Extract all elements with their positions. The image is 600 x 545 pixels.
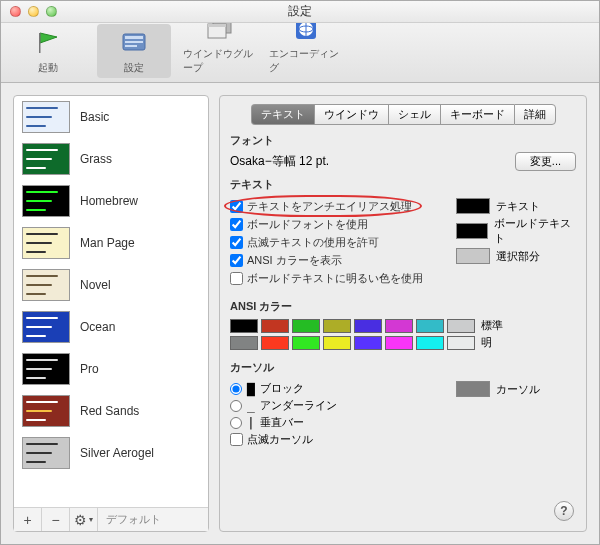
color-swatch[interactable]: [456, 248, 490, 264]
checkbox[interactable]: [230, 254, 243, 267]
profile-thumbnail: [22, 185, 70, 217]
radio[interactable]: [230, 400, 242, 412]
checkbox-label: ANSI カラーを表示: [247, 253, 342, 268]
toolbar-label: 起動: [38, 61, 58, 75]
profile-name: Man Page: [80, 236, 135, 250]
toolbar-label: 設定: [124, 61, 144, 75]
profile-row[interactable]: Red Sands: [14, 390, 208, 432]
ansi-swatch[interactable]: [385, 336, 413, 350]
cursor-shape-label: アンダーライン: [260, 398, 337, 413]
profile-thumbnail: [22, 269, 70, 301]
profile-row[interactable]: Novel: [14, 264, 208, 306]
radio[interactable]: [230, 417, 242, 429]
settings-tabs: テキストウインドウシェルキーボード詳細: [230, 104, 576, 125]
color-swatch[interactable]: [456, 198, 490, 214]
checkbox-label: ボールドテキストに明るい色を使用: [247, 271, 423, 286]
profile-row[interactable]: Basic: [14, 96, 208, 138]
profile-thumbnail: [22, 437, 70, 469]
blink-cursor-row: 点滅カーソル: [230, 432, 442, 447]
color-swatch[interactable]: [456, 223, 488, 239]
toolbar-settings[interactable]: 設定: [97, 24, 171, 78]
swatch-label: 選択部分: [496, 249, 540, 264]
ansi-bright-label: 明: [481, 335, 511, 350]
ansi-swatch[interactable]: [447, 319, 475, 333]
content: BasicGrassHomebrewMan PageNovelOceanProR…: [1, 83, 599, 544]
checkbox[interactable]: [230, 218, 243, 231]
text-option-row: 点滅テキストの使用を許可: [230, 235, 446, 250]
profile-name: Homebrew: [80, 194, 138, 208]
radio[interactable]: [230, 383, 242, 395]
profile-name: Basic: [80, 110, 109, 124]
svg-marker-0: [40, 33, 57, 43]
profile-row[interactable]: Grass: [14, 138, 208, 180]
checkbox-label: 点滅テキストの使用を許可: [247, 235, 379, 250]
profile-thumbnail: [22, 353, 70, 385]
svg-rect-4: [125, 41, 143, 43]
ansi-swatch[interactable]: [261, 319, 289, 333]
ansi-swatch[interactable]: [292, 336, 320, 350]
ansi-swatch[interactable]: [447, 336, 475, 350]
profiles-sidebar: BasicGrassHomebrewMan PageNovelOceanProR…: [13, 95, 209, 532]
tab-シェル[interactable]: シェル: [388, 104, 440, 125]
ansi-swatch[interactable]: [416, 336, 444, 350]
tools-icon: [118, 27, 150, 59]
ansi-swatch[interactable]: [416, 319, 444, 333]
svg-rect-8: [208, 24, 226, 27]
cursor-heading: カーソル: [230, 360, 576, 375]
checkbox[interactable]: [230, 236, 243, 249]
gear-icon: ⚙: [74, 512, 87, 528]
svg-rect-1: [39, 33, 41, 53]
profile-row[interactable]: Ocean: [14, 306, 208, 348]
profile-row[interactable]: Pro: [14, 348, 208, 390]
ansi-swatch[interactable]: [354, 336, 382, 350]
action-menu[interactable]: ⚙▾: [70, 508, 98, 531]
checkbox-label: ボールドフォントを使用: [247, 217, 368, 232]
ansi-swatch[interactable]: [230, 336, 258, 350]
profile-row[interactable]: Silver Aerogel: [14, 432, 208, 474]
tab-キーボード[interactable]: キーボード: [440, 104, 514, 125]
blink-checkbox[interactable]: [230, 433, 243, 446]
settings-pane: テキストウインドウシェルキーボード詳細 フォント Osaka−等幅 12 pt.…: [219, 95, 587, 532]
titlebar: 設定: [1, 1, 599, 23]
toolbar-label: エンコーディング: [269, 47, 343, 75]
cursor-shape-option[interactable]: ▇ブロック: [230, 381, 442, 396]
toolbar: 起動 設定 ウインドウグループ エンコーディング: [1, 23, 599, 83]
ansi-swatch[interactable]: [385, 319, 413, 333]
toolbar-startup[interactable]: 起動: [11, 24, 85, 78]
profile-row[interactable]: Man Page: [14, 222, 208, 264]
profile-name: Silver Aerogel: [80, 446, 154, 460]
ansi-swatch[interactable]: [292, 319, 320, 333]
profiles-list[interactable]: BasicGrassHomebrewMan PageNovelOceanProR…: [14, 96, 208, 507]
tab-テキスト[interactable]: テキスト: [251, 104, 314, 125]
swatch-label: ボールドテキスト: [494, 216, 576, 246]
checkbox[interactable]: [230, 200, 243, 213]
svg-rect-5: [125, 45, 137, 47]
cursor-glyph-icon: ▇: [246, 381, 256, 396]
profile-name: Ocean: [80, 320, 115, 334]
ansi-normal-label: 標準: [481, 318, 511, 333]
profile-thumbnail: [22, 101, 70, 133]
color-row: テキスト: [456, 198, 576, 214]
color-row: 選択部分: [456, 248, 576, 264]
cursor-color-swatch[interactable]: [456, 381, 490, 397]
ansi-swatch[interactable]: [354, 319, 382, 333]
tab-詳細[interactable]: 詳細: [514, 104, 556, 125]
ansi-swatch[interactable]: [323, 319, 351, 333]
checkbox[interactable]: [230, 272, 243, 285]
ansi-swatch[interactable]: [261, 336, 289, 350]
add-button[interactable]: +: [14, 508, 42, 531]
ansi-swatch[interactable]: [230, 319, 258, 333]
text-option-row: ボールドテキストに明るい色を使用: [230, 271, 446, 286]
ansi-heading: ANSI カラー: [230, 299, 576, 314]
help-button[interactable]: ?: [554, 501, 574, 521]
profile-name: Pro: [80, 362, 99, 376]
profile-thumbnail: [22, 143, 70, 175]
remove-button[interactable]: −: [42, 508, 70, 531]
profile-row[interactable]: Homebrew: [14, 180, 208, 222]
default-button[interactable]: デフォルト: [98, 512, 169, 527]
change-font-button[interactable]: 変更...: [515, 152, 576, 171]
tab-ウインドウ[interactable]: ウインドウ: [314, 104, 388, 125]
cursor-shape-option[interactable]: |垂直バー: [230, 415, 442, 430]
cursor-shape-option[interactable]: _アンダーライン: [230, 398, 442, 413]
ansi-swatch[interactable]: [323, 336, 351, 350]
